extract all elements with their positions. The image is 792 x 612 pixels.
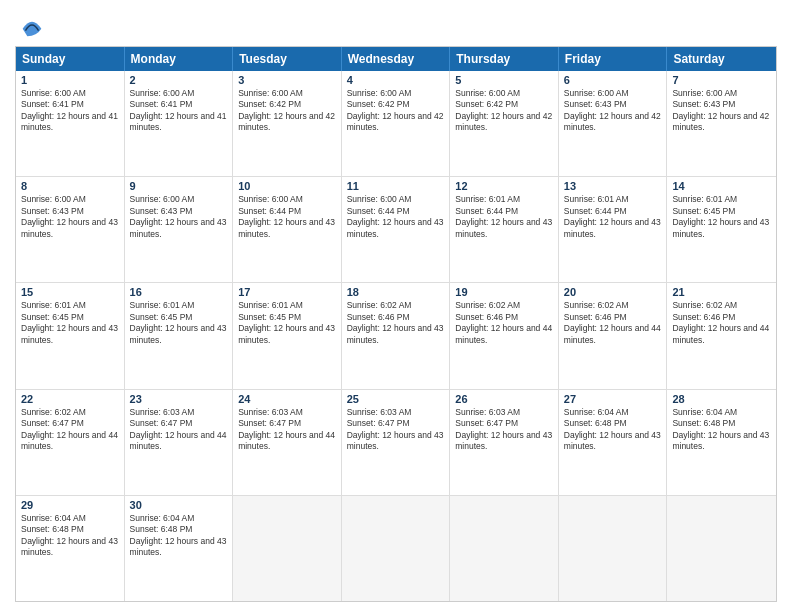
day-number: 14 — [672, 180, 771, 192]
day-number: 7 — [672, 74, 771, 86]
calendar-cell: 3 Sunrise: 6:00 AMSunset: 6:42 PMDayligh… — [233, 71, 342, 176]
cell-info: Sunrise: 6:01 AMSunset: 6:44 PMDaylight:… — [455, 194, 552, 238]
day-number: 11 — [347, 180, 445, 192]
cell-info: Sunrise: 6:04 AMSunset: 6:48 PMDaylight:… — [130, 513, 227, 557]
calendar-cell: 20 Sunrise: 6:02 AMSunset: 6:46 PMDaylig… — [559, 283, 668, 388]
cell-info: Sunrise: 6:00 AMSunset: 6:42 PMDaylight:… — [238, 88, 335, 132]
cell-info: Sunrise: 6:00 AMSunset: 6:44 PMDaylight:… — [238, 194, 335, 238]
cell-info: Sunrise: 6:03 AMSunset: 6:47 PMDaylight:… — [130, 407, 227, 451]
calendar-cell: 19 Sunrise: 6:02 AMSunset: 6:46 PMDaylig… — [450, 283, 559, 388]
calendar-row-4: 22 Sunrise: 6:02 AMSunset: 6:47 PMDaylig… — [16, 390, 776, 496]
cell-info: Sunrise: 6:00 AMSunset: 6:43 PMDaylight:… — [564, 88, 661, 132]
calendar-cell: 30 Sunrise: 6:04 AMSunset: 6:48 PMDaylig… — [125, 496, 234, 601]
calendar-cell: 1 Sunrise: 6:00 AMSunset: 6:41 PMDayligh… — [16, 71, 125, 176]
day-number: 13 — [564, 180, 662, 192]
cell-info: Sunrise: 6:03 AMSunset: 6:47 PMDaylight:… — [238, 407, 335, 451]
cell-info: Sunrise: 6:01 AMSunset: 6:45 PMDaylight:… — [672, 194, 769, 238]
cell-info: Sunrise: 6:02 AMSunset: 6:46 PMDaylight:… — [564, 300, 661, 344]
calendar-cell: 13 Sunrise: 6:01 AMSunset: 6:44 PMDaylig… — [559, 177, 668, 282]
cell-info: Sunrise: 6:02 AMSunset: 6:46 PMDaylight:… — [455, 300, 552, 344]
calendar-header: SundayMondayTuesdayWednesdayThursdayFrid… — [16, 47, 776, 71]
calendar-cell: 29 Sunrise: 6:04 AMSunset: 6:48 PMDaylig… — [16, 496, 125, 601]
day-number: 24 — [238, 393, 336, 405]
calendar-row-3: 15 Sunrise: 6:01 AMSunset: 6:45 PMDaylig… — [16, 283, 776, 389]
calendar-cell: 4 Sunrise: 6:00 AMSunset: 6:42 PMDayligh… — [342, 71, 451, 176]
day-number: 27 — [564, 393, 662, 405]
cell-info: Sunrise: 6:01 AMSunset: 6:44 PMDaylight:… — [564, 194, 661, 238]
day-number: 15 — [21, 286, 119, 298]
cell-info: Sunrise: 6:03 AMSunset: 6:47 PMDaylight:… — [455, 407, 552, 451]
day-number: 25 — [347, 393, 445, 405]
day-number: 29 — [21, 499, 119, 511]
logo — [15, 10, 46, 38]
calendar-cell: 27 Sunrise: 6:04 AMSunset: 6:48 PMDaylig… — [559, 390, 668, 495]
calendar-cell: 22 Sunrise: 6:02 AMSunset: 6:47 PMDaylig… — [16, 390, 125, 495]
day-number: 19 — [455, 286, 553, 298]
calendar: SundayMondayTuesdayWednesdayThursdayFrid… — [15, 46, 777, 602]
day-number: 1 — [21, 74, 119, 86]
cell-info: Sunrise: 6:00 AMSunset: 6:43 PMDaylight:… — [672, 88, 769, 132]
calendar-row-2: 8 Sunrise: 6:00 AMSunset: 6:43 PMDayligh… — [16, 177, 776, 283]
day-number: 16 — [130, 286, 228, 298]
day-number: 8 — [21, 180, 119, 192]
day-number: 21 — [672, 286, 771, 298]
cell-info: Sunrise: 6:01 AMSunset: 6:45 PMDaylight:… — [21, 300, 118, 344]
day-number: 23 — [130, 393, 228, 405]
page: SundayMondayTuesdayWednesdayThursdayFrid… — [0, 0, 792, 612]
header-day-friday: Friday — [559, 47, 668, 71]
calendar-cell: 6 Sunrise: 6:00 AMSunset: 6:43 PMDayligh… — [559, 71, 668, 176]
day-number: 12 — [455, 180, 553, 192]
day-number: 18 — [347, 286, 445, 298]
calendar-row-1: 1 Sunrise: 6:00 AMSunset: 6:41 PMDayligh… — [16, 71, 776, 177]
cell-info: Sunrise: 6:00 AMSunset: 6:43 PMDaylight:… — [130, 194, 227, 238]
calendar-cell: 14 Sunrise: 6:01 AMSunset: 6:45 PMDaylig… — [667, 177, 776, 282]
cell-info: Sunrise: 6:02 AMSunset: 6:46 PMDaylight:… — [347, 300, 444, 344]
cell-info: Sunrise: 6:01 AMSunset: 6:45 PMDaylight:… — [130, 300, 227, 344]
calendar-cell: 11 Sunrise: 6:00 AMSunset: 6:44 PMDaylig… — [342, 177, 451, 282]
cell-info: Sunrise: 6:04 AMSunset: 6:48 PMDaylight:… — [672, 407, 769, 451]
cell-info: Sunrise: 6:00 AMSunset: 6:41 PMDaylight:… — [21, 88, 118, 132]
header-day-monday: Monday — [125, 47, 234, 71]
cell-info: Sunrise: 6:01 AMSunset: 6:45 PMDaylight:… — [238, 300, 335, 344]
calendar-cell: 25 Sunrise: 6:03 AMSunset: 6:47 PMDaylig… — [342, 390, 451, 495]
header — [15, 10, 777, 38]
calendar-cell: 10 Sunrise: 6:00 AMSunset: 6:44 PMDaylig… — [233, 177, 342, 282]
empty-cell — [450, 496, 559, 601]
cell-info: Sunrise: 6:00 AMSunset: 6:42 PMDaylight:… — [347, 88, 444, 132]
day-number: 17 — [238, 286, 336, 298]
calendar-cell: 28 Sunrise: 6:04 AMSunset: 6:48 PMDaylig… — [667, 390, 776, 495]
calendar-cell: 5 Sunrise: 6:00 AMSunset: 6:42 PMDayligh… — [450, 71, 559, 176]
cell-info: Sunrise: 6:00 AMSunset: 6:41 PMDaylight:… — [130, 88, 227, 132]
header-day-sunday: Sunday — [16, 47, 125, 71]
empty-cell — [559, 496, 668, 601]
day-number: 30 — [130, 499, 228, 511]
calendar-cell: 2 Sunrise: 6:00 AMSunset: 6:41 PMDayligh… — [125, 71, 234, 176]
day-number: 2 — [130, 74, 228, 86]
day-number: 26 — [455, 393, 553, 405]
calendar-body: 1 Sunrise: 6:00 AMSunset: 6:41 PMDayligh… — [16, 71, 776, 601]
day-number: 6 — [564, 74, 662, 86]
day-number: 9 — [130, 180, 228, 192]
calendar-cell: 26 Sunrise: 6:03 AMSunset: 6:47 PMDaylig… — [450, 390, 559, 495]
cell-info: Sunrise: 6:00 AMSunset: 6:42 PMDaylight:… — [455, 88, 552, 132]
calendar-cell: 7 Sunrise: 6:00 AMSunset: 6:43 PMDayligh… — [667, 71, 776, 176]
day-number: 10 — [238, 180, 336, 192]
calendar-cell: 21 Sunrise: 6:02 AMSunset: 6:46 PMDaylig… — [667, 283, 776, 388]
header-day-thursday: Thursday — [450, 47, 559, 71]
header-day-wednesday: Wednesday — [342, 47, 451, 71]
cell-info: Sunrise: 6:02 AMSunset: 6:47 PMDaylight:… — [21, 407, 118, 451]
cell-info: Sunrise: 6:04 AMSunset: 6:48 PMDaylight:… — [564, 407, 661, 451]
cell-info: Sunrise: 6:00 AMSunset: 6:44 PMDaylight:… — [347, 194, 444, 238]
cell-info: Sunrise: 6:00 AMSunset: 6:43 PMDaylight:… — [21, 194, 118, 238]
day-number: 20 — [564, 286, 662, 298]
day-number: 5 — [455, 74, 553, 86]
header-day-tuesday: Tuesday — [233, 47, 342, 71]
calendar-cell: 17 Sunrise: 6:01 AMSunset: 6:45 PMDaylig… — [233, 283, 342, 388]
cell-info: Sunrise: 6:02 AMSunset: 6:46 PMDaylight:… — [672, 300, 769, 344]
cell-info: Sunrise: 6:03 AMSunset: 6:47 PMDaylight:… — [347, 407, 444, 451]
logo-icon — [18, 10, 46, 38]
empty-cell — [233, 496, 342, 601]
day-number: 4 — [347, 74, 445, 86]
empty-cell — [342, 496, 451, 601]
day-number: 22 — [21, 393, 119, 405]
